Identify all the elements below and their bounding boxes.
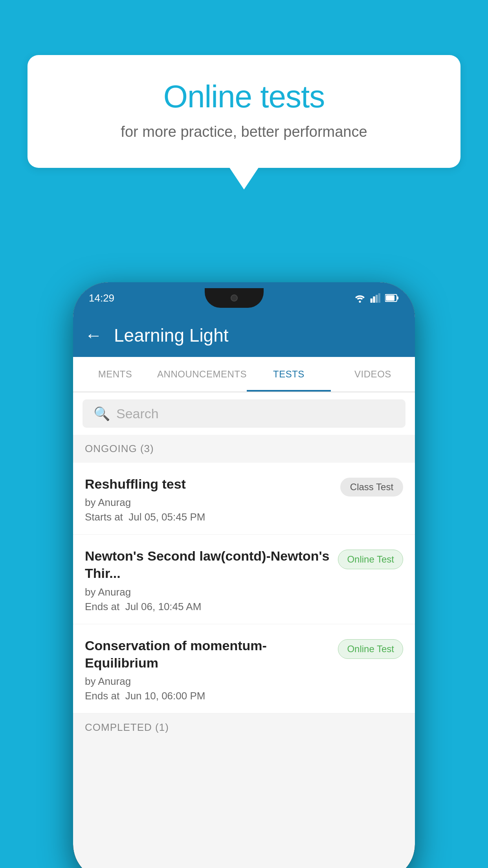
phone-screen: 14:29: [73, 282, 415, 868]
search-container: 🔍 Search: [73, 392, 415, 435]
speech-bubble-container: Online tests for more practice, better p…: [28, 55, 460, 168]
svg-rect-2: [373, 296, 375, 303]
speech-bubble-subtitle: for more practice, better performance: [55, 123, 433, 140]
search-placeholder: Search: [116, 406, 159, 421]
test-name: Newton's Second law(contd)-Newton's Thir…: [85, 547, 332, 582]
svg-rect-1: [371, 298, 372, 303]
status-bar: 14:29: [73, 282, 415, 314]
search-bar[interactable]: 🔍 Search: [83, 399, 405, 428]
test-author: by Anurag: [85, 675, 332, 688]
svg-rect-6: [397, 296, 398, 300]
tab-ments[interactable]: MENTS: [73, 357, 157, 392]
test-name: Conservation of momentum-Equilibrium: [85, 637, 332, 671]
tab-videos[interactable]: VIDEOS: [331, 357, 415, 392]
completed-section-header: COMPLETED (1): [73, 714, 415, 741]
camera: [231, 294, 238, 302]
test-info: Newton's Second law(contd)-Newton's Thir…: [85, 547, 332, 612]
test-item[interactable]: Newton's Second law(contd)-Newton's Thir…: [73, 535, 415, 624]
test-time: Ends at Jun 10, 06:00 PM: [85, 690, 332, 702]
tabs-bar: MENTS ANNOUNCEMENTS TESTS VIDEOS: [73, 357, 415, 392]
wifi-icon: [354, 293, 366, 303]
svg-rect-7: [386, 295, 394, 301]
test-item[interactable]: Reshuffling test by Anurag Starts at Jul…: [73, 463, 415, 535]
test-info: Conservation of momentum-Equilibrium by …: [85, 637, 332, 702]
test-time: Ends at Jul 06, 10:45 AM: [85, 601, 332, 613]
svg-rect-4: [378, 293, 380, 303]
test-time: Starts at Jul 05, 05:45 PM: [85, 511, 334, 523]
svg-point-0: [359, 301, 361, 303]
status-time: 14:29: [89, 292, 114, 304]
test-info: Reshuffling test by Anurag Starts at Jul…: [85, 475, 334, 523]
ongoing-section-header: ONGOING (3): [73, 435, 415, 463]
test-name: Reshuffling test: [85, 475, 334, 493]
test-author: by Anurag: [85, 497, 334, 509]
phone-frame: 14:29: [73, 282, 415, 868]
signal-icon: [370, 293, 381, 303]
app-header: ← Learning Light: [73, 314, 415, 357]
online-test-badge: Online Test: [338, 550, 403, 569]
search-icon: 🔍: [94, 406, 110, 421]
tab-announcements[interactable]: ANNOUNCEMENTS: [157, 357, 247, 392]
test-author: by Anurag: [85, 586, 332, 598]
back-button[interactable]: ←: [85, 327, 102, 344]
speech-bubble: Online tests for more practice, better p…: [28, 55, 460, 168]
online-test-badge: Online Test: [338, 639, 403, 659]
speech-bubble-title: Online tests: [55, 79, 433, 115]
test-item[interactable]: Conservation of momentum-Equilibrium by …: [73, 624, 415, 714]
svg-rect-3: [376, 295, 378, 303]
app-header-title: Learning Light: [114, 325, 229, 346]
class-test-badge: Class Test: [340, 478, 403, 497]
notch: [205, 288, 264, 308]
battery-icon: [385, 294, 399, 302]
tab-tests[interactable]: TESTS: [247, 357, 331, 392]
test-list: Reshuffling test by Anurag Starts at Jul…: [73, 463, 415, 714]
status-icons: [354, 293, 399, 303]
